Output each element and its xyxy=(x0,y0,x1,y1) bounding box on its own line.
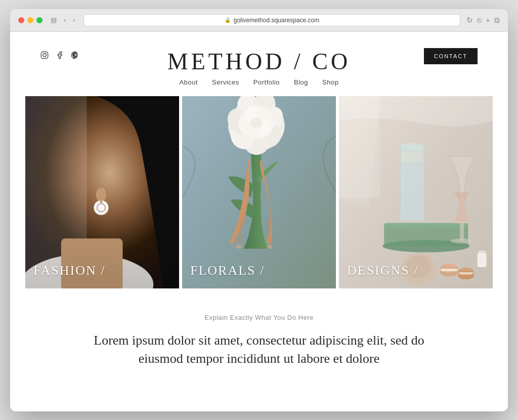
svg-rect-48 xyxy=(478,253,487,267)
svg-point-9 xyxy=(97,203,105,212)
close-button[interactable] xyxy=(18,17,24,23)
browser-controls: ▤ ‹ › xyxy=(49,15,77,25)
florals-label: FLORALS / xyxy=(190,263,265,278)
content-body: Lorem ipsum dolor sit amet, consectetur … xyxy=(87,331,431,368)
site-title: METHOD / CO xyxy=(167,48,351,75)
social-icons xyxy=(40,51,79,61)
nav-blog[interactable]: Blog xyxy=(294,78,308,86)
add-tab-icon[interactable]: + xyxy=(486,16,490,25)
hero-images-grid: FASHION / xyxy=(10,96,508,288)
svg-point-8 xyxy=(94,200,108,215)
site-header: METHOD / CO CONTACT About Services Portf… xyxy=(10,32,508,96)
svg-rect-35 xyxy=(402,161,423,220)
sidebar-toggle-icon[interactable]: ▤ xyxy=(49,15,59,25)
svg-rect-31 xyxy=(385,223,467,227)
svg-point-34 xyxy=(401,143,424,149)
svg-point-1 xyxy=(43,54,47,57)
instagram-icon[interactable] xyxy=(40,51,49,61)
contact-button[interactable]: CONTACT xyxy=(424,48,478,64)
browser-actions: ↻ ⎋ + ⧉ xyxy=(466,16,500,25)
address-bar[interactable]: 🔒 golivemethod.squarespace.com xyxy=(83,14,461,26)
browser-window: ▤ ‹ › 🔒 golivemethod.squarespace.com ↻ ⎋… xyxy=(10,9,508,411)
svg-point-27 xyxy=(267,244,272,248)
svg-point-25 xyxy=(250,118,263,128)
svg-rect-0 xyxy=(41,52,48,58)
fashion-label: FASHION / xyxy=(33,263,105,278)
url-text: golivemethod.squarespace.com xyxy=(234,17,319,24)
facebook-icon[interactable] xyxy=(56,51,64,61)
svg-rect-43 xyxy=(441,268,457,271)
traffic-lights xyxy=(18,17,42,23)
nav-portfolio[interactable]: Portfolio xyxy=(253,78,280,86)
content-section: Explain Exactly What You Do Here Lorem i… xyxy=(10,288,508,384)
refresh-icon[interactable]: ↻ xyxy=(466,16,473,25)
svg-rect-47 xyxy=(459,272,472,274)
header-top: METHOD / CO CONTACT xyxy=(40,48,478,64)
minimize-button[interactable] xyxy=(27,17,33,23)
hero-card-designs[interactable]: DESIGNS / xyxy=(339,96,493,288)
hero-card-fashion[interactable]: FASHION / xyxy=(25,96,179,288)
nav-shop[interactable]: Shop xyxy=(322,78,338,86)
svg-point-2 xyxy=(46,53,47,54)
lock-icon: 🔒 xyxy=(225,17,231,23)
svg-rect-49 xyxy=(479,250,486,254)
browser-chrome: ▤ ‹ › 🔒 golivemethod.squarespace.com ↻ ⎋… xyxy=(10,9,508,32)
hero-card-florals[interactable]: FLORALS / xyxy=(182,96,336,288)
maximize-button[interactable] xyxy=(36,17,42,23)
window-icon[interactable]: ⧉ xyxy=(494,16,500,25)
nav-about[interactable]: About xyxy=(180,78,198,86)
website-content: METHOD / CO CONTACT About Services Portf… xyxy=(10,32,508,411)
svg-rect-4 xyxy=(25,96,87,288)
svg-point-7 xyxy=(96,187,106,201)
svg-point-37 xyxy=(451,238,473,243)
forward-button[interactable]: › xyxy=(71,15,77,25)
back-button[interactable]: ‹ xyxy=(62,15,68,25)
pinterest-icon[interactable] xyxy=(71,51,79,61)
share-icon[interactable]: ⎋ xyxy=(477,16,482,25)
site-navigation: About Services Portfolio Blog Shop xyxy=(40,72,478,96)
content-subtitle: Explain Exactly What You Do Here xyxy=(40,314,478,321)
svg-point-26 xyxy=(236,244,241,248)
nav-services[interactable]: Services xyxy=(212,78,239,86)
designs-label: DESIGNS / xyxy=(347,263,419,278)
svg-point-10 xyxy=(100,200,103,203)
svg-rect-36 xyxy=(460,223,464,240)
